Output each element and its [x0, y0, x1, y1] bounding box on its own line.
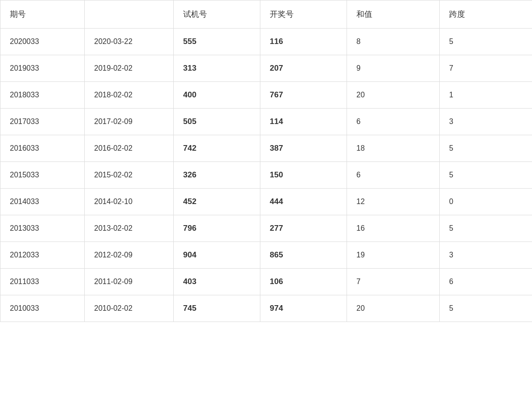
cell-qihao: 2017033 [0, 109, 85, 135]
cell-kaijian: 767 [260, 82, 347, 109]
main-container: 期号 试机号 开奖号 和值 跨度 20200332020-03-22555116… [0, 0, 532, 395]
cell-date: 2013-02-02 [85, 215, 174, 242]
cell-kuadu: 5 [440, 295, 532, 322]
cell-date: 2019-02-02 [85, 55, 174, 82]
cell-kuadu: 1 [440, 82, 532, 109]
cell-date: 2014-02-10 [85, 189, 174, 215]
cell-hezhi: 8 [347, 29, 440, 55]
cell-qihao: 2016033 [0, 135, 85, 162]
cell-date: 2016-02-02 [85, 135, 174, 162]
table-row: 20100332010-02-02745974205 [0, 295, 532, 322]
table-row: 20130332013-02-02796277165 [0, 215, 532, 242]
table-row: 20110332011-02-0940310676 [0, 269, 532, 295]
cell-kaijian: 114 [260, 109, 347, 135]
cell-qihao: 2013033 [0, 215, 85, 242]
cell-hezhi: 16 [347, 215, 440, 242]
cell-kaijian: 974 [260, 295, 347, 322]
cell-hezhi: 19 [347, 242, 440, 269]
cell-qihao: 2010033 [0, 295, 85, 322]
cell-kaijian: 116 [260, 29, 347, 55]
cell-kaijian: 150 [260, 162, 347, 189]
cell-qihao: 2015033 [0, 162, 85, 189]
table-row: 20200332020-03-2255511685 [0, 29, 532, 55]
cell-kuadu: 3 [440, 109, 532, 135]
table-row: 20180332018-02-02400767201 [0, 82, 532, 109]
cell-kuadu: 5 [440, 135, 532, 162]
table-row: 20120332012-02-09904865193 [0, 242, 532, 269]
header-kaijian: 开奖号 [260, 0, 347, 29]
cell-kaijian: 387 [260, 135, 347, 162]
cell-qihao: 2019033 [0, 55, 85, 82]
cell-hezhi: 18 [347, 135, 440, 162]
header-qihao: 期号 [0, 0, 85, 29]
header-hezhi: 和值 [347, 0, 440, 29]
cell-shiji: 326 [174, 162, 260, 189]
cell-shiji: 796 [174, 215, 260, 242]
table-row: 20190332019-02-0231320797 [0, 55, 532, 82]
cell-hezhi: 9 [347, 55, 440, 82]
cell-hezhi: 12 [347, 189, 440, 215]
cell-kuadu: 3 [440, 242, 532, 269]
cell-date: 2017-02-09 [85, 109, 174, 135]
cell-shiji: 742 [174, 135, 260, 162]
cell-kaijian: 277 [260, 215, 347, 242]
header-row: 期号 试机号 开奖号 和值 跨度 [0, 0, 532, 29]
cell-qihao: 2020033 [0, 29, 85, 55]
table-row: 20160332016-02-02742387185 [0, 135, 532, 162]
cell-shiji: 452 [174, 189, 260, 215]
cell-qihao: 2018033 [0, 82, 85, 109]
table-row: 20150332015-02-0232615065 [0, 162, 532, 189]
cell-date: 2012-02-09 [85, 242, 174, 269]
cell-qihao: 2012033 [0, 242, 85, 269]
table-row: 20170332017-02-0950511463 [0, 109, 532, 135]
cell-shiji: 505 [174, 109, 260, 135]
cell-shiji: 904 [174, 242, 260, 269]
cell-shiji: 400 [174, 82, 260, 109]
cell-qihao: 2011033 [0, 269, 85, 295]
cell-shiji: 745 [174, 295, 260, 322]
cell-kaijian: 865 [260, 242, 347, 269]
cell-hezhi: 7 [347, 269, 440, 295]
cell-kuadu: 7 [440, 55, 532, 82]
cell-date: 2015-02-02 [85, 162, 174, 189]
cell-kuadu: 5 [440, 29, 532, 55]
cell-shiji: 555 [174, 29, 260, 55]
cell-shiji: 403 [174, 269, 260, 295]
cell-kuadu: 0 [440, 189, 532, 215]
cell-kaijian: 444 [260, 189, 347, 215]
cell-qihao: 2014033 [0, 189, 85, 215]
cell-shiji: 313 [174, 55, 260, 82]
cell-date: 2018-02-02 [85, 82, 174, 109]
header-kuadu: 跨度 [440, 0, 532, 29]
cell-kuadu: 6 [440, 269, 532, 295]
cell-kaijian: 207 [260, 55, 347, 82]
lottery-table: 期号 试机号 开奖号 和值 跨度 20200332020-03-22555116… [0, 0, 532, 322]
header-shiji: 试机号 [174, 0, 260, 29]
cell-date: 2011-02-09 [85, 269, 174, 295]
cell-kaijian: 106 [260, 269, 347, 295]
cell-date: 2010-02-02 [85, 295, 174, 322]
header-date [85, 0, 174, 29]
cell-hezhi: 6 [347, 109, 440, 135]
cell-kuadu: 5 [440, 162, 532, 189]
table-row: 20140332014-02-10452444120 [0, 189, 532, 215]
cell-hezhi: 20 [347, 82, 440, 109]
cell-hezhi: 6 [347, 162, 440, 189]
cell-date: 2020-03-22 [85, 29, 174, 55]
cell-hezhi: 20 [347, 295, 440, 322]
cell-kuadu: 5 [440, 215, 532, 242]
